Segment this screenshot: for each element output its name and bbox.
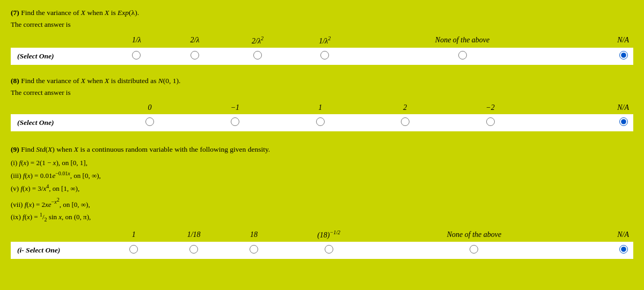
question-8: (8) Find the variance of X when X is dis… bbox=[11, 77, 633, 131]
q8-radio6-cell[interactable] bbox=[533, 114, 633, 131]
q7-correct-label: The correct answer is bbox=[11, 20, 633, 29]
q7-opt3-header: 2/λ2 bbox=[224, 33, 291, 48]
q9-empty-header bbox=[11, 227, 107, 242]
q7-radio-5[interactable] bbox=[458, 51, 467, 60]
q8-radio-1[interactable] bbox=[145, 117, 154, 126]
q8-radio-3[interactable] bbox=[316, 117, 325, 126]
q8-radio2-cell[interactable] bbox=[192, 114, 278, 131]
q9-radio-4[interactable] bbox=[325, 245, 333, 254]
q7-text: (7) Find the variance of X when X is Exp… bbox=[11, 9, 633, 17]
q7-radio-1[interactable] bbox=[132, 51, 141, 60]
q7-radio4-cell[interactable] bbox=[291, 48, 358, 65]
q9-opt2-header: 1/18 bbox=[160, 227, 228, 242]
q7-options-table: 1/λ 2/λ 2/λ2 1/λ2 None of the above N/A … bbox=[11, 33, 633, 65]
q9-select-label: (i- Select One) bbox=[11, 242, 107, 259]
q9-radio-1[interactable] bbox=[129, 245, 138, 254]
q9-radio4-cell[interactable] bbox=[280, 242, 377, 259]
q7-select-label: (Select One) bbox=[11, 48, 107, 65]
q7-radio-3[interactable] bbox=[253, 51, 262, 60]
q7-radio2-cell[interactable] bbox=[166, 48, 224, 65]
q7-radio-2[interactable] bbox=[191, 51, 199, 60]
q9-radio-2[interactable] bbox=[189, 245, 198, 254]
q7-opt6-header: N/A bbox=[566, 33, 633, 48]
q9-radio-5[interactable] bbox=[470, 245, 478, 254]
q9-desc: (i) f(x) = 2(1 − x), on [0, 1], (iii) f(… bbox=[11, 157, 633, 225]
q8-opt6-header: N/A bbox=[533, 101, 633, 114]
q9-opt5-header: None of the above bbox=[377, 227, 571, 242]
q8-radio-6[interactable] bbox=[619, 117, 628, 126]
q9-radio1-cell[interactable] bbox=[107, 242, 160, 259]
q7-radio3-cell[interactable] bbox=[224, 48, 291, 65]
q8-opt1-header: 0 bbox=[107, 101, 192, 114]
q7-radio5-cell[interactable] bbox=[358, 48, 567, 65]
q8-radio1-cell[interactable] bbox=[107, 114, 192, 131]
q9-opt1-header: 1 bbox=[107, 227, 160, 242]
q8-opt5-header: −2 bbox=[448, 101, 533, 114]
q7-radio6-cell[interactable] bbox=[566, 48, 633, 65]
question-9: (9) Find Std(X) when X is a continuous r… bbox=[11, 145, 633, 259]
q9-radio6-cell[interactable] bbox=[571, 242, 633, 259]
q9-options-table: 1 1/18 18 (18)−1/2 None of the above N/A… bbox=[11, 227, 633, 259]
q8-radio-5[interactable] bbox=[486, 117, 495, 126]
q7-opt5-header: None of the above bbox=[358, 33, 567, 48]
q7-radio-4[interactable] bbox=[320, 51, 329, 60]
q7-opt1-header: 1/λ bbox=[107, 33, 166, 48]
q9-radio-3[interactable] bbox=[250, 245, 258, 254]
q7-empty-header bbox=[11, 33, 107, 48]
q8-opt2-header: −1 bbox=[192, 101, 278, 114]
q8-radio-2[interactable] bbox=[231, 117, 239, 126]
q7-radio1-cell[interactable] bbox=[107, 48, 166, 65]
q8-select-label: (Select One) bbox=[11, 114, 107, 131]
q8-options-table: 0 −1 1 2 −2 N/A (Select One) bbox=[11, 101, 633, 131]
q8-radio5-cell[interactable] bbox=[448, 114, 533, 131]
q8-empty-header bbox=[11, 101, 107, 114]
q8-opt4-header: 2 bbox=[363, 101, 448, 114]
q8-opt3-header: 1 bbox=[278, 101, 363, 114]
q7-opt2-header: 2/λ bbox=[166, 33, 224, 48]
q8-radio4-cell[interactable] bbox=[363, 114, 448, 131]
q8-radio-4[interactable] bbox=[401, 117, 409, 126]
question-7: (7) Find the variance of X when X is Exp… bbox=[11, 9, 633, 65]
q8-text: (8) Find the variance of X when X is dis… bbox=[11, 77, 633, 85]
q9-opt4-header: (18)−1/2 bbox=[280, 227, 377, 242]
q9-radio-6[interactable] bbox=[619, 245, 628, 254]
q7-radio-6[interactable] bbox=[619, 51, 628, 60]
q9-radio2-cell[interactable] bbox=[160, 242, 228, 259]
q9-opt3-header: 18 bbox=[228, 227, 280, 242]
q8-correct-label: The correct answer is bbox=[11, 88, 633, 97]
q9-opt6-header: N/A bbox=[571, 227, 633, 242]
q7-opt4-header: 1/λ2 bbox=[291, 33, 358, 48]
q9-text: (9) Find Std(X) when X is a continuous r… bbox=[11, 145, 633, 154]
q9-radio5-cell[interactable] bbox=[377, 242, 571, 259]
q9-radio3-cell[interactable] bbox=[228, 242, 280, 259]
q8-radio3-cell[interactable] bbox=[278, 114, 363, 131]
